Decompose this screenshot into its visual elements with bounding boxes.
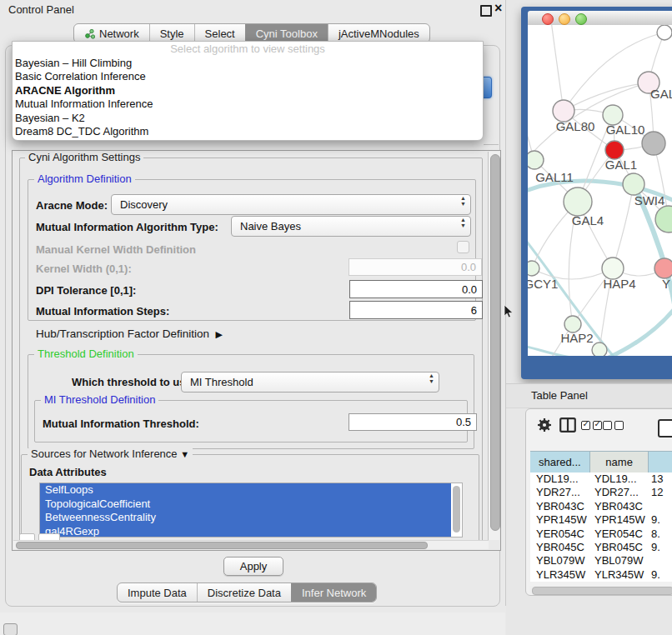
network-window-titlebar[interactable] — [528, 11, 672, 26]
data-attributes-list[interactable]: SelfLoopsTopologicalCoefficientBetweenne… — [39, 482, 463, 538]
list-scrollbar[interactable] — [452, 483, 462, 537]
settings-vertical-scrollbar[interactable] — [488, 152, 499, 540]
node-label: Y — [662, 277, 670, 291]
network-node[interactable] — [655, 206, 672, 232]
table-row[interactable]: YER054CYER054C8. — [530, 528, 672, 541]
cell-shared-name: YLR345W — [530, 568, 590, 582]
sources-title[interactable]: Sources for Network Inference ▼ — [28, 448, 193, 460]
deselect-all-icon[interactable] — [603, 421, 624, 430]
stepper-icon: ▲▼ — [460, 196, 466, 207]
function-builder-icon[interactable] — [658, 419, 672, 438]
table-horizontal-scrollbar[interactable] — [529, 586, 672, 593]
close-icon[interactable]: × — [494, 1, 502, 16]
column-header[interactable]: shared... — [530, 452, 590, 473]
network-node-y[interactable] — [654, 258, 672, 278]
table-row[interactable]: YPR145WYPR145W9. — [530, 513, 672, 527]
cell-name: YBL079W — [590, 554, 649, 568]
table-row[interactable]: YDR27...YDR27...12 — [530, 486, 672, 499]
node-label: GAL11 — [535, 170, 574, 184]
algorithm-definition-title: Algorithm Definition — [34, 173, 135, 185]
tab-cyni-toolbox[interactable]: Cyni Toolbox — [245, 24, 328, 42]
network-node[interactable] — [642, 132, 665, 155]
cell-name: YDL19... — [590, 472, 649, 486]
data-attribute-item[interactable]: TopologicalCoefficient — [40, 498, 451, 512]
algorithm-option[interactable]: ARACNE Algorithm — [13, 84, 483, 98]
cell-value: 12 — [649, 486, 672, 499]
cell-shared-name: YDL19... — [530, 472, 590, 486]
node-label: GAL4 — [572, 213, 604, 228]
node-label: SWI4 — [634, 193, 665, 208]
tab-select[interactable]: Select — [194, 24, 245, 42]
apply-button[interactable]: Apply — [223, 557, 283, 576]
algorithm-option[interactable]: Mutual Information Inference — [13, 98, 483, 111]
tab-label: Cyni Toolbox — [256, 28, 318, 40]
which-threshold-select[interactable]: MI Threshold ▲▼ — [181, 372, 439, 392]
network-node-gal11[interactable] — [528, 151, 544, 169]
algorithm-option[interactable]: Basic Correlation Inference — [13, 70, 483, 83]
dpi-tolerance-field[interactable]: 0.0 — [349, 280, 483, 298]
clipped-widget-fragment — [19, 533, 35, 540]
network-node[interactable] — [657, 25, 672, 40]
select-all-icon[interactable]: ✓ ✓ — [581, 421, 602, 430]
split-columns-icon[interactable] — [559, 418, 576, 432]
gear-icon[interactable] — [537, 418, 552, 432]
data-attribute-item[interactable]: gal4RGexp — [40, 525, 451, 538]
hub-definition-toggle[interactable]: Hub/Transcription Factor Definition ▶ — [36, 328, 223, 340]
control-panel-titlebar[interactable]: Control Panel × — [0, 0, 505, 20]
mi-type-select[interactable]: Naive Bayes ▲▼ — [231, 216, 471, 237]
collapsed-panel-icon[interactable] — [3, 623, 18, 635]
tab-label: Network — [99, 28, 139, 40]
table-row[interactable]: YDL19...YDL19...13 — [530, 472, 672, 486]
data-attribute-item[interactable]: BetweennessCentrality — [40, 511, 451, 525]
mouse-cursor — [504, 305, 514, 320]
mi-steps-label: Mutual Information Steps: — [36, 305, 169, 318]
column-header[interactable] — [649, 452, 672, 473]
tab-label: Impute Data — [128, 587, 187, 599]
network-canvas[interactable]: GALGAL80GAL10GAL1GAL11SWI4GAL4GCY1HAP4YH… — [528, 25, 672, 356]
algorithm-option[interactable]: Bayesian – K2 — [13, 112, 483, 125]
mi-threshold-field[interactable]: 0.5 — [349, 413, 477, 431]
manual-kernel-checkbox[interactable] — [457, 241, 469, 253]
table-row[interactable]: YBL079WYBL079W — [530, 554, 672, 568]
network-edge — [551, 25, 564, 111]
aracne-mode-select[interactable]: Discovery ▲▼ — [111, 194, 471, 215]
maximize-traffic-light[interactable] — [575, 13, 587, 25]
algorithm-option[interactable]: Bayesian – Hill Climbing — [13, 57, 483, 70]
close-traffic-light[interactable] — [542, 13, 554, 25]
column-header[interactable]: name — [590, 452, 649, 473]
algorithm-dropdown-placeholder: Select algorithm to view settings — [13, 42, 483, 57]
cell-name: YER054C — [590, 528, 649, 541]
dpi-tolerance-label: DPI Tolerance [0,1]: — [36, 284, 136, 297]
cell-shared-name: YDR27... — [530, 486, 590, 499]
minimize-traffic-light[interactable] — [559, 13, 570, 25]
network-node-gcy1[interactable] — [528, 261, 539, 276]
network-edge — [607, 307, 672, 356]
network-node-hap2[interactable] — [564, 316, 581, 332]
table-panel: ✓ ✓ shared...name YDL19...YDL19...13YDR2… — [525, 408, 672, 596]
table-row[interactable]: YLR345WYLR345W9. — [530, 568, 672, 582]
settings-horizontal-scrollbar[interactable] — [13, 540, 489, 549]
node-label: GAL — [650, 87, 672, 101]
table-row[interactable]: YBR043CYBR043C — [530, 500, 672, 513]
algorithm-option[interactable]: Dream8 DC_TDC Algorithm — [13, 125, 483, 138]
table-row[interactable]: YBR045CYBR045C9. — [530, 541, 672, 554]
mi-steps-field[interactable]: 6 — [349, 301, 483, 319]
tab-impute-data[interactable]: Impute Data — [118, 583, 197, 602]
tab-style[interactable]: Style — [149, 24, 194, 42]
tab-discretize-data[interactable]: Discretize Data — [197, 583, 291, 602]
manual-kernel-label: Manual Kernel Width Definition — [36, 243, 196, 256]
float-window-icon[interactable] — [480, 5, 492, 17]
tab-infer-network[interactable]: Infer Network — [291, 583, 376, 602]
data-attribute-item[interactable]: SelfLoops — [40, 483, 451, 498]
node-label: HAP2 — [560, 331, 593, 345]
network-node-swi4[interactable] — [623, 173, 644, 195]
aracne-mode-label: Aracne Mode: — [36, 199, 108, 212]
tab-jactivemnodules[interactable]: jActiveMNodules — [328, 24, 429, 42]
network-node-gal1[interactable] — [605, 141, 624, 159]
network-node[interactable] — [592, 342, 607, 356]
threshold-definition-title: Threshold Definition — [34, 348, 138, 360]
tab-network[interactable]: Network — [74, 24, 149, 42]
mi-threshold-definition-title: MI Threshold Definition — [41, 394, 158, 406]
network-view-window: GALGAL80GAL10GAL1GAL11SWI4GAL4GCY1HAP4YH… — [521, 7, 672, 379]
network-node-gal4[interactable] — [564, 188, 592, 216]
